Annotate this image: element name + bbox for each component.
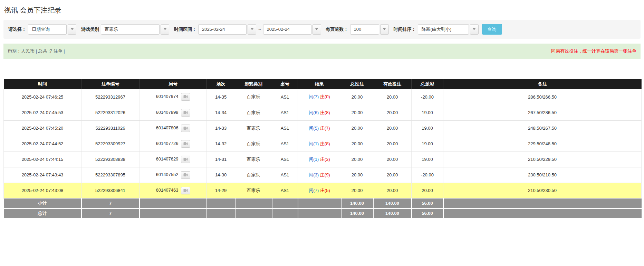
page-size-dropdown-button[interactable]	[380, 24, 389, 35]
cell-total-bet[interactable]: 20.00	[341, 120, 373, 136]
subtotal-payout: 56.00	[412, 198, 443, 208]
page-size-select[interactable]: 100	[350, 24, 379, 35]
total-count: 7	[81, 208, 140, 218]
query-type-dropdown-button[interactable]	[68, 24, 76, 35]
summary-notice: 同局有效投注，统一计算在该局第一张注单	[551, 48, 636, 54]
summary-currency-total: 币别：人民币 | 总共 :7 注单 |	[8, 48, 65, 54]
sort-order-select[interactable]: 降冪(由大到小)	[418, 24, 469, 35]
cell-table-no: AS1	[272, 136, 298, 152]
result-player: 闲(5)	[309, 126, 319, 131]
cell-result: 闲(5) 庄(7)	[298, 120, 341, 136]
total-empty	[140, 208, 207, 218]
cell-remark: 267.50/286.50	[443, 105, 642, 120]
subtotal-total-bet: 140.00	[341, 198, 373, 208]
round-number: 601407552	[156, 172, 178, 177]
summary-bar: 币别：人民币 | 总共 :7 注单 | 同局有效投注，统一计算在该局第一张注单	[3, 44, 641, 59]
chevron-down-icon	[164, 28, 166, 30]
result-banker: 庄(7)	[320, 126, 330, 131]
cell-session: 14-34	[207, 105, 235, 120]
video-replay-button[interactable]	[181, 109, 190, 117]
cell-game-type: 百家乐	[235, 120, 272, 136]
date-from-select[interactable]: 2025-02-24	[198, 24, 247, 35]
cell-remark: 248.50/267.50	[443, 120, 642, 136]
header-bet-id: 注单编号	[81, 79, 140, 89]
cell-bet-id: 522293312026	[81, 105, 140, 120]
time-range-label: 时间区间：	[174, 26, 196, 33]
game-type-value: 百家乐	[105, 26, 118, 33]
cell-result: 闲(1) 庄(3)	[298, 152, 341, 167]
cell-time: 2025-02-24 07:45:53	[4, 105, 81, 120]
filter-bar: 请选择： 日期查询 游戏类别 百家乐 时间区间： 2025-02-24 ~ 20…	[3, 20, 641, 39]
round-number: 601407629	[156, 156, 178, 162]
page: 视讯 会员下注纪录 请选择： 日期查询 游戏类别 百家乐 时间区间： 2025-…	[0, 0, 644, 219]
total-empty	[207, 208, 235, 218]
cell-valid-bet: 20.00	[373, 120, 412, 136]
round-number: 601407898	[156, 110, 178, 115]
cell-payout: -20.00	[412, 89, 443, 105]
cell-remark: 210.50/229.50	[443, 152, 642, 167]
date-to-select[interactable]: 2025-02-24	[263, 24, 311, 35]
video-replay-button[interactable]	[181, 171, 190, 179]
cell-bet-id: 522293306841	[81, 183, 140, 198]
result-player: 闲(1)	[309, 141, 319, 146]
subtotal-label: 小计	[4, 198, 81, 208]
cell-game-type: 百家乐	[235, 105, 272, 120]
game-type-dropdown-button[interactable]	[161, 24, 169, 35]
cell-payout: 20.00	[412, 183, 443, 198]
query-type-select[interactable]: 日期查询	[28, 24, 67, 35]
query-type-value: 日期查询	[32, 26, 50, 33]
round-number: 601407463	[156, 187, 178, 193]
result-player: 闲(6)	[309, 110, 319, 115]
search-button[interactable]: 查询	[482, 24, 502, 35]
video-replay-button[interactable]	[181, 156, 190, 163]
cell-valid-bet: 20.00	[373, 167, 412, 183]
header-total-bet: 总投注	[341, 79, 373, 89]
video-camera-icon	[183, 157, 188, 161]
round-number: 601407806	[156, 125, 178, 130]
game-type-select[interactable]: 百家乐	[101, 24, 160, 35]
video-replay-button[interactable]	[181, 93, 190, 101]
cell-table-no: AS1	[272, 120, 298, 136]
header-remark: 备注	[443, 79, 642, 89]
cell-total-bet[interactable]: 20.00	[341, 167, 373, 183]
cell-session: 14-31	[207, 152, 235, 167]
cell-total-bet[interactable]: 20.00	[341, 183, 373, 198]
cell-session: 14-29	[207, 183, 235, 198]
chevron-down-icon	[251, 28, 253, 30]
date-from-dropdown-button[interactable]	[248, 24, 256, 35]
chevron-down-icon	[71, 28, 74, 30]
result-player: 闲(7)	[309, 188, 319, 193]
cell-round: 601407898	[140, 105, 207, 120]
cell-total-bet[interactable]: 20.00	[341, 136, 373, 152]
bet-records-table: 时间 注单编号 局号 场次 游戏类别 桌号 结果 总投注 有效投注 总派彩 备注…	[3, 79, 642, 219]
date-range-tilde: ~	[258, 27, 261, 32]
cell-total-bet[interactable]: 20.00	[341, 89, 373, 105]
header-round: 局号	[140, 79, 207, 89]
sort-order-label: 时间排序：	[394, 26, 416, 33]
cell-payout: 19.00	[412, 105, 443, 120]
cell-session: 14-35	[207, 89, 235, 105]
cell-remark: 286.50/266.50	[443, 89, 642, 105]
cell-total-bet[interactable]: 20.00	[341, 105, 373, 120]
cell-payout: 19.00	[412, 152, 443, 167]
cell-valid-bet: 20.00	[373, 183, 412, 198]
chevron-down-icon	[315, 28, 318, 30]
video-replay-button[interactable]	[181, 140, 190, 148]
subtotal-row: 小计 7 140.00 140.00 56.00	[4, 198, 642, 208]
cell-table-no: AS1	[272, 183, 298, 198]
date-to-dropdown-button[interactable]	[313, 24, 321, 35]
result-player: 闲(1)	[309, 157, 319, 162]
result-banker: 庄(8)	[320, 110, 330, 115]
cell-total-bet[interactable]: 20.00	[341, 152, 373, 167]
total-payout: 56.00	[412, 208, 443, 218]
subtotal-count: 7	[81, 198, 140, 208]
sort-order-dropdown-button[interactable]	[470, 24, 479, 35]
cell-game-type: 百家乐	[235, 152, 272, 167]
subtotal-empty	[272, 198, 298, 208]
cell-payout: -20.00	[412, 167, 443, 183]
video-replay-button[interactable]	[181, 125, 190, 132]
video-camera-icon	[183, 173, 188, 177]
video-replay-button[interactable]	[181, 187, 190, 194]
cell-game-type: 百家乐	[235, 183, 272, 198]
page-size-label: 每页笔数：	[326, 26, 348, 33]
